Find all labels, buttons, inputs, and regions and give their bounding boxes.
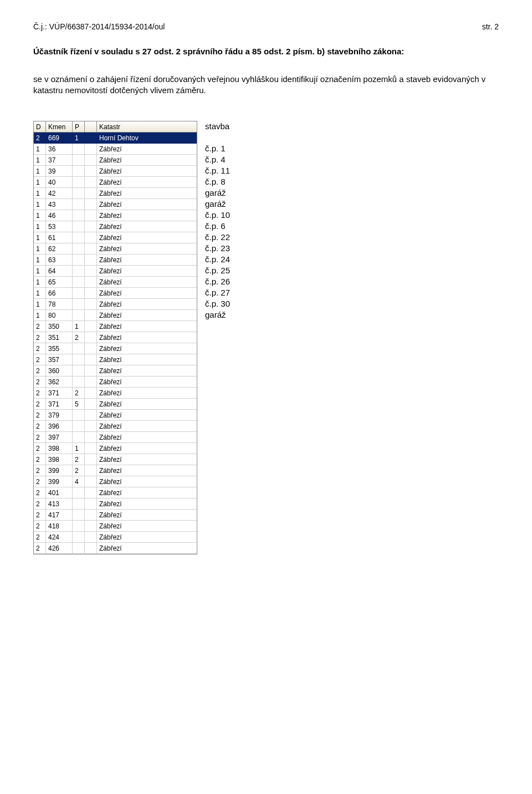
cell-gap bbox=[85, 465, 97, 476]
cell-d: 1 bbox=[34, 188, 46, 199]
table-row[interactable]: 2360Zábřezí bbox=[34, 365, 197, 376]
cell-gap bbox=[85, 299, 97, 310]
table-row[interactable]: 2355Zábřezí bbox=[34, 343, 197, 354]
cell-katastr: Zábřezí bbox=[97, 266, 197, 277]
stavba-label: č.p. 11 bbox=[205, 165, 230, 176]
table-row[interactable]: 23501Zábřezí bbox=[34, 321, 197, 332]
cell-d: 1 bbox=[34, 177, 46, 188]
cell-d: 2 bbox=[34, 443, 46, 454]
cell-kmen: 357 bbox=[46, 354, 73, 365]
cell-kmen: 36 bbox=[46, 144, 73, 155]
cell-d: 1 bbox=[34, 288, 46, 299]
cell-katastr: Zábřezí bbox=[97, 365, 197, 376]
table-row[interactable]: 2413Zábřezí bbox=[34, 498, 197, 510]
table-row[interactable]: 162Zábřezí bbox=[34, 243, 197, 255]
table-row[interactable]: 2379Zábřezí bbox=[34, 410, 197, 421]
stavba-heading: stavba bbox=[205, 121, 230, 132]
cell-gap bbox=[85, 421, 97, 432]
table-row[interactable]: 2396Zábřezí bbox=[34, 421, 197, 432]
table-row[interactable]: 140Zábřezí bbox=[34, 177, 197, 188]
cell-p bbox=[73, 543, 85, 554]
cell-kmen: 63 bbox=[46, 255, 73, 266]
table-row[interactable]: 23712Zábřezí bbox=[34, 388, 197, 399]
cell-gap bbox=[85, 188, 97, 199]
cell-p bbox=[73, 343, 85, 354]
table-row[interactable]: 2397Zábřezí bbox=[34, 432, 197, 443]
table-row[interactable]: 146Zábřezí bbox=[34, 210, 197, 221]
cell-d: 2 bbox=[34, 543, 46, 554]
col-header-p[interactable]: P bbox=[73, 121, 85, 133]
cell-p bbox=[73, 188, 85, 199]
stavba-label bbox=[205, 132, 230, 143]
cell-kmen: 396 bbox=[46, 421, 73, 432]
col-header-d[interactable]: D bbox=[34, 121, 46, 133]
cell-p bbox=[73, 510, 85, 521]
table-row[interactable]: 136Zábřezí bbox=[34, 144, 197, 155]
table-row[interactable]: 2426Zábřezí bbox=[34, 543, 197, 554]
table-row[interactable]: 23992Zábřezí bbox=[34, 465, 197, 476]
cell-d: 2 bbox=[34, 476, 46, 487]
table-row[interactable]: 153Zábřezí bbox=[34, 221, 197, 232]
table-row[interactable]: 165Zábřezí bbox=[34, 277, 197, 288]
stavba-label: č.p. 25 bbox=[205, 265, 230, 276]
cell-p bbox=[73, 243, 85, 255]
table-row[interactable]: 137Zábřezí bbox=[34, 155, 197, 166]
table-row[interactable]: 143Zábřezí bbox=[34, 199, 197, 210]
table-row[interactable]: 161Zábřezí bbox=[34, 232, 197, 243]
stavba-label: garáž bbox=[205, 187, 230, 198]
table-row[interactable]: 2418Zábřezí bbox=[34, 521, 197, 532]
cell-p bbox=[73, 277, 85, 288]
table-row[interactable]: 142Zábřezí bbox=[34, 188, 197, 199]
cell-katastr: Zábřezí bbox=[97, 199, 197, 210]
cell-kmen: 39 bbox=[46, 166, 73, 177]
table-row[interactable]: 23994Zábřezí bbox=[34, 476, 197, 487]
page-label: str. bbox=[482, 22, 493, 31]
cell-d: 2 bbox=[34, 332, 46, 343]
participant-heading-part1: Účastník řízení v souladu s 27 odst. 2 s… bbox=[33, 47, 315, 56]
col-header-gap[interactable] bbox=[85, 121, 97, 133]
cell-gap bbox=[85, 221, 97, 232]
table-row[interactable]: 2362Zábřezí bbox=[34, 376, 197, 388]
table-row[interactable]: 26691Horní Dehtov bbox=[34, 133, 197, 144]
table-row[interactable]: 23715Zábřezí bbox=[34, 399, 197, 410]
table-row[interactable]: 2401Zábřezí bbox=[34, 487, 197, 498]
table-row[interactable]: 23982Zábřezí bbox=[34, 454, 197, 465]
stavba-label: č.p. 4 bbox=[205, 154, 230, 165]
cell-katastr: Zábřezí bbox=[97, 288, 197, 299]
cell-d: 1 bbox=[34, 310, 46, 321]
cell-katastr: Zábřezí bbox=[97, 443, 197, 454]
cell-kmen: 398 bbox=[46, 454, 73, 465]
table-row[interactable]: 23512Zábřezí bbox=[34, 332, 197, 343]
table-row[interactable]: 178Zábřezí bbox=[34, 299, 197, 310]
parcel-grid[interactable]: D Kmen P Katastr 26691Horní Dehtov136Záb… bbox=[33, 121, 197, 554]
cell-d: 1 bbox=[34, 232, 46, 243]
cell-katastr: Zábřezí bbox=[97, 188, 197, 199]
table-row[interactable]: 2424Zábřezí bbox=[34, 532, 197, 543]
cell-gap bbox=[85, 199, 97, 210]
table-row[interactable]: 163Zábřezí bbox=[34, 255, 197, 266]
cell-katastr: Zábřezí bbox=[97, 166, 197, 177]
cell-kmen: 46 bbox=[46, 210, 73, 221]
table-row[interactable]: 2357Zábřezí bbox=[34, 354, 197, 365]
table-row[interactable]: 2417Zábřezí bbox=[34, 510, 197, 521]
cell-katastr: Zábřezí bbox=[97, 210, 197, 221]
col-header-katastr[interactable]: Katastr bbox=[97, 121, 197, 133]
table-row[interactable]: 164Zábřezí bbox=[34, 266, 197, 277]
table-row[interactable]: 180Zábřezí bbox=[34, 310, 197, 321]
cell-kmen: 360 bbox=[46, 365, 73, 376]
cell-p: 2 bbox=[73, 454, 85, 465]
table-row[interactable]: 166Zábřezí bbox=[34, 288, 197, 299]
table-row[interactable]: 139Zábřezí bbox=[34, 166, 197, 177]
cell-kmen: 350 bbox=[46, 321, 73, 332]
table-row[interactable]: 23981Zábřezí bbox=[34, 443, 197, 454]
cell-katastr: Zábřezí bbox=[97, 432, 197, 443]
cell-kmen: 66 bbox=[46, 288, 73, 299]
cell-p bbox=[73, 376, 85, 388]
cell-gap bbox=[85, 210, 97, 221]
cell-gap bbox=[85, 354, 97, 365]
doc-header: Č.j.: VÚP/66387-2014/15934-2014/oul str.… bbox=[33, 22, 499, 31]
cell-katastr: Zábřezí bbox=[97, 465, 197, 476]
cell-p bbox=[73, 199, 85, 210]
cell-gap bbox=[85, 521, 97, 532]
col-header-kmen[interactable]: Kmen bbox=[46, 121, 73, 133]
